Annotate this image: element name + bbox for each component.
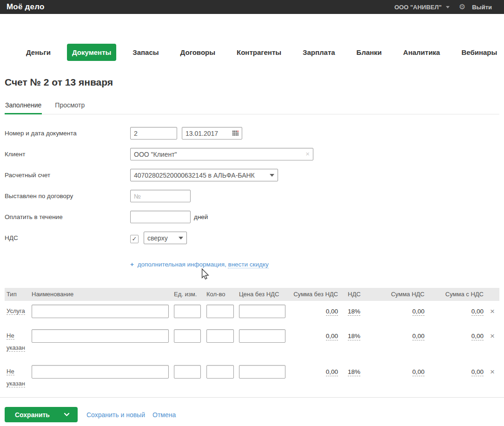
logout-button[interactable]: Выйти	[472, 4, 492, 11]
field-label: Номер и дата документа	[5, 127, 130, 137]
company-selector[interactable]: ООО "АНИВЕЛ"	[394, 4, 442, 11]
delete-row-icon[interactable]: ×	[490, 307, 495, 316]
vat-sum-value[interactable]: 0,00	[412, 368, 424, 376]
item-price-input[interactable]	[239, 329, 285, 343]
item-type-link[interactable]: Не указан	[7, 332, 25, 352]
nav-item-stock[interactable]: Запасы	[127, 44, 164, 61]
save-and-new-link[interactable]: Сохранить и новый	[86, 411, 145, 419]
select-arrow-icon	[270, 174, 274, 177]
col-header-sum-with-vat: Сумма с НДС	[424, 288, 484, 301]
form-footer: Сохранить Сохранить и новый Отмена	[0, 397, 504, 422]
table-row: Не указан 0,00 18% 0,00 0,00 ×	[5, 326, 499, 361]
delete-row-icon[interactable]: ×	[490, 332, 495, 340]
sum-without-vat-value[interactable]: 0,00	[326, 308, 338, 316]
col-header-vat: НДС	[338, 288, 371, 301]
item-name-input[interactable]	[32, 365, 169, 379]
cancel-link[interactable]: Отмена	[153, 411, 176, 419]
item-qty-input[interactable]	[206, 305, 234, 318]
form-row-account: Расчетный счет 40702802520000632145 в АЛ…	[5, 169, 499, 181]
document-tabs: Заполнение Просмотр	[5, 101, 499, 114]
app-logo[interactable]: Моё дело	[7, 2, 45, 12]
vat-checkbox[interactable]	[130, 235, 139, 243]
additional-info-text[interactable]: дополнительная информация,	[138, 261, 226, 268]
vat-rate-value[interactable]: 18%	[348, 368, 360, 376]
select-arrow-icon	[179, 237, 183, 240]
invoice-form: Номер и дата документа Кл	[5, 127, 499, 244]
item-unit-input[interactable]	[174, 305, 201, 318]
add-discount-link[interactable]: внести скидку	[228, 261, 268, 268]
nav-item-counterparties[interactable]: Контрагенты	[232, 44, 286, 61]
bank-account-select[interactable]: 40702802520000632145 в АЛЬФА-БАНК	[130, 169, 278, 181]
sum-with-vat-value[interactable]: 0,00	[471, 308, 484, 316]
nav-item-forms[interactable]: Бланки	[351, 44, 387, 61]
item-unit-input[interactable]	[174, 329, 201, 343]
delete-row-icon[interactable]: ×	[490, 367, 495, 376]
chevron-down-icon[interactable]	[446, 6, 450, 8]
items-table: Тип Наименование Ед. изм. Кол-во Цена бе…	[5, 288, 499, 397]
nav-item-contracts[interactable]: Договоры	[175, 44, 220, 61]
vat-sum-value[interactable]: 0,00	[412, 308, 424, 316]
form-row-contract: Выставлен по договору	[5, 190, 499, 202]
item-unit-input[interactable]	[174, 365, 201, 379]
gear-icon[interactable]: ⚙	[459, 3, 465, 11]
field-label: Оплатить в течение	[5, 211, 130, 220]
nav-item-documents[interactable]: Документы	[67, 44, 116, 61]
page-content: Счет № 2 от 13 января Заполнение Просмот…	[0, 77, 504, 397]
item-price-input[interactable]	[239, 365, 285, 379]
sum-with-vat-value[interactable]: 0,00	[471, 333, 484, 340]
form-row-vat: НДС сверху	[5, 232, 499, 244]
payment-days-input[interactable]	[130, 211, 191, 223]
main-nav: Деньги Документы Запасы Договоры Контраг…	[0, 43, 504, 61]
sum-without-vat-value[interactable]: 0,00	[326, 368, 338, 376]
sum-with-vat-value[interactable]: 0,00	[471, 368, 484, 376]
days-suffix-label: дней	[194, 213, 208, 220]
vat-mode-select[interactable]: сверху	[144, 232, 187, 244]
save-button[interactable]: Сохранить	[5, 407, 78, 422]
col-header-sum-without-vat: Сумма без НДС	[291, 288, 338, 301]
document-number-input[interactable]	[130, 127, 177, 140]
col-header-type: Тип	[5, 288, 32, 301]
vat-sum-value[interactable]: 0,00	[412, 333, 424, 340]
item-qty-input[interactable]	[206, 365, 234, 379]
client-input[interactable]	[130, 148, 313, 160]
table-row: Не указан 0,00 18% 0,00 0,00 ×	[5, 361, 499, 397]
form-row-payment-term: Оплатить в течение дней	[5, 211, 499, 223]
topbar: Моё дело ООО "АНИВЕЛ" ⚙ Выйти	[0, 0, 504, 14]
field-label: Расчетный счет	[5, 169, 130, 179]
field-label: Клиент	[5, 148, 130, 158]
nav-item-analytics[interactable]: Аналитика	[398, 44, 445, 61]
item-type-link[interactable]: Услуга	[7, 307, 25, 315]
chevron-down-icon	[64, 413, 70, 417]
sum-without-vat-value[interactable]: 0,00	[326, 333, 338, 340]
table-row: Услуга 0,00 18% 0,00 0,00 ×	[5, 301, 499, 326]
col-header-price: Цена без НДС	[239, 288, 291, 301]
nav-item-money[interactable]: Деньги	[21, 44, 56, 61]
item-type-link[interactable]: Не указан	[7, 368, 25, 387]
vat-rate-value[interactable]: 18%	[348, 308, 360, 316]
items-table-header: Тип Наименование Ед. изм. Кол-во Цена бе…	[5, 288, 499, 301]
item-name-input[interactable]	[32, 305, 169, 318]
form-row-number-date: Номер и дата документа	[5, 127, 499, 140]
col-header-vat-sum: Сумма НДС	[371, 288, 424, 301]
plus-icon: +	[130, 261, 134, 268]
col-header-name: Наименование	[32, 288, 174, 301]
nav-item-webinars[interactable]: Вебинары	[456, 44, 502, 61]
tab-preview[interactable]: Просмотр	[54, 101, 85, 114]
calendar-icon[interactable]	[232, 131, 239, 136]
item-name-input[interactable]	[32, 329, 169, 343]
form-row-client: Клиент ×	[5, 148, 499, 160]
additional-info-link[interactable]: + дополнительная информация, внести скид…	[130, 261, 499, 268]
col-header-unit: Ед. изм.	[174, 288, 206, 301]
vat-rate-value[interactable]: 18%	[348, 333, 360, 340]
nav-item-salary[interactable]: Зарплата	[298, 44, 340, 61]
topbar-right: ООО "АНИВЕЛ" ⚙ Выйти	[394, 3, 492, 11]
clear-client-icon[interactable]: ×	[305, 150, 310, 158]
field-label: Выставлен по договору	[5, 190, 130, 200]
page-title: Счет № 2 от 13 января	[5, 77, 499, 88]
contract-number-input[interactable]	[130, 190, 191, 202]
item-qty-input[interactable]	[206, 329, 234, 343]
tab-fill[interactable]: Заполнение	[5, 101, 42, 114]
field-label: НДС	[5, 232, 130, 241]
col-header-qty: Кол-во	[206, 288, 239, 301]
item-price-input[interactable]	[239, 305, 285, 318]
